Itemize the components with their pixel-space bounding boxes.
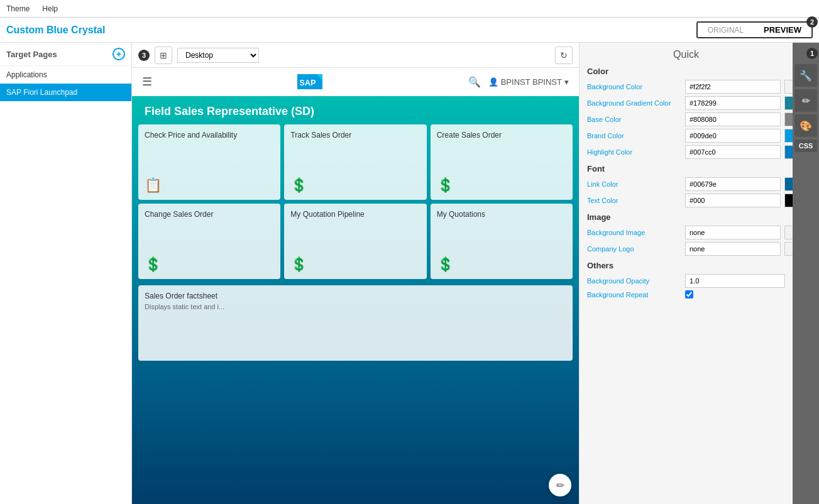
sidebar-add-button[interactable]: + [113, 48, 125, 60]
bg-repeat-row: Background Repeat [587, 290, 785, 299]
sap-logo: SAP [297, 73, 322, 90]
bg-image-row: Background Image [587, 226, 785, 239]
tile-title: My Quotation Pipeline [290, 210, 420, 219]
badge-2: 2 [806, 16, 818, 28]
bg-color-input[interactable] [685, 80, 781, 94]
tile-icon: 💲 [290, 256, 307, 273]
tile-change-sales[interactable]: Change Sales Order 💲 [138, 204, 280, 279]
user-icon: 👤 [488, 77, 498, 87]
link-color-label[interactable]: Link Color [587, 180, 681, 188]
settings-tool-button[interactable]: 🔧 [794, 64, 817, 87]
preview-toggle-container: ORIGINAL PREVIEW 2 [696, 21, 813, 38]
brand-color-label[interactable]: Brand Color [587, 132, 681, 140]
base-color-input[interactable] [685, 112, 781, 126]
bg-color-label[interactable]: Background Color [587, 83, 681, 90]
tile-icon: 💲 [290, 177, 307, 194]
tile-quotation-pipeline[interactable]: My Quotation Pipeline 💲 [284, 204, 426, 279]
text-color-swatch[interactable] [784, 194, 793, 207]
company-logo-swatch[interactable] [784, 242, 793, 256]
bg-color-swatch[interactable] [784, 80, 793, 94]
tile-bottom: 💲 [145, 256, 274, 273]
sap-header: ☰ SAP 🔍 👤 BPINST BPINST ▾ [132, 68, 579, 96]
image-section-title: Image [587, 212, 785, 222]
tile-factsheet[interactable]: Sales Order factsheet Displays static te… [138, 285, 573, 361]
right-panel: Quick Color Background Color Background … [579, 43, 793, 504]
main-layout: Target Pages + Applications SAP Fiori La… [0, 43, 819, 504]
menu-help[interactable]: Help [42, 4, 58, 13]
edit-fab-button[interactable]: ✏ [549, 474, 571, 496]
menu-theme[interactable]: Theme [6, 4, 30, 13]
settings-icon: 🔧 [800, 70, 812, 82]
svg-text:SAP: SAP [300, 78, 317, 87]
base-color-swatch[interactable] [784, 112, 793, 126]
css-tool-button[interactable]: CSS [794, 140, 817, 152]
bg-opacity-row: Background Opacity [587, 274, 785, 288]
color-section-title: Color [587, 67, 785, 76]
text-color-row: Text Color [587, 194, 785, 207]
sidebar-item-sap-fiori[interactable]: SAP Fiori Launchpad [0, 84, 131, 101]
company-logo-row: Company Logo [587, 242, 785, 256]
original-button[interactable]: ORIGINAL [698, 23, 754, 37]
paint-icon: 🎨 [800, 120, 812, 132]
highlight-color-row: Highlight Color [587, 145, 785, 159]
pen-icon: ✏ [802, 95, 810, 107]
bg-gradient-input[interactable] [685, 96, 781, 110]
bg-repeat-checkbox[interactable] [685, 290, 693, 299]
highlight-color-swatch[interactable] [784, 145, 793, 159]
fiori-content: Field Sales Representative (SD) Check Pr… [132, 96, 579, 361]
edit-tool-button[interactable]: ✏ [794, 89, 817, 112]
text-color-label[interactable]: Text Color [587, 197, 681, 204]
tile-track-sales[interactable]: Track Sales Order 💲 [284, 124, 426, 200]
highlight-color-input[interactable] [685, 145, 781, 159]
tile-title: Create Sales Order [437, 131, 566, 140]
layout-icon[interactable]: ⊞ [155, 47, 172, 64]
search-icon[interactable]: 🔍 [468, 76, 481, 88]
company-logo-label[interactable]: Company Logo [587, 245, 681, 253]
bg-image-input[interactable] [685, 226, 781, 239]
bg-opacity-label[interactable]: Background Opacity [587, 277, 681, 285]
tile-create-sales[interactable]: Create Sales Order 💲 [431, 124, 573, 200]
title-bar: Custom Blue Crystal ORIGINAL PREVIEW 2 [0, 18, 819, 43]
link-color-row: Link Color [587, 177, 785, 191]
bg-opacity-input[interactable] [685, 274, 785, 288]
tile-grid: Check Price and Availability 📋 Track Sal… [132, 124, 579, 285]
quick-title: Quick [587, 49, 785, 60]
paint-tool-button[interactable]: 🎨 [794, 114, 817, 137]
device-select[interactable]: Desktop Tablet Mobile [177, 48, 259, 63]
tile-bottom: 💲 [290, 177, 420, 194]
others-section-title: Others [587, 261, 785, 270]
preview-button[interactable]: PREVIEW [754, 23, 811, 37]
brand-color-swatch[interactable] [784, 129, 793, 143]
company-logo-input[interactable] [685, 242, 781, 256]
refresh-button[interactable]: ↻ [555, 47, 573, 64]
tile-check-price[interactable]: Check Price and Availability 📋 [138, 124, 280, 200]
highlight-color-label[interactable]: Highlight Color [587, 148, 681, 156]
bg-image-label[interactable]: Background Image [587, 229, 681, 236]
app-title: Custom Blue Crystal [6, 25, 105, 36]
link-color-input[interactable] [685, 177, 781, 191]
base-color-label[interactable]: Base Color [587, 116, 681, 123]
bg-gradient-swatch[interactable] [784, 96, 793, 110]
wide-tile-title: Sales Order factsheet [145, 292, 566, 300]
tile-title: My Quotations [437, 210, 566, 219]
bg-repeat-label[interactable]: Background Repeat [587, 291, 681, 299]
toolbar: 3 ⊞ Desktop Tablet Mobile ↻ [132, 43, 579, 68]
badge-3: 3 [138, 50, 150, 61]
tile-bottom: 💲 [437, 256, 566, 273]
bg-gradient-label[interactable]: Background Gradient Color [587, 99, 681, 107]
hamburger-icon[interactable]: ☰ [142, 75, 152, 89]
sidebar-item-applications[interactable]: Applications [0, 66, 131, 84]
tile-title: Change Sales Order [145, 210, 274, 219]
fiori-page-title: Field Sales Representative (SD) [132, 96, 579, 124]
text-color-input[interactable] [685, 194, 781, 207]
user-menu[interactable]: 👤 BPINST BPINST ▾ [488, 77, 569, 87]
tile-icon: 💲 [437, 256, 454, 273]
right-tools: 1 🔧 ✏ 🎨 CSS [793, 43, 819, 504]
brand-color-input[interactable] [685, 129, 781, 143]
sidebar-header: Target Pages + [0, 43, 131, 66]
tile-bottom: 📋 [145, 177, 274, 194]
center-area: 3 ⊞ Desktop Tablet Mobile ↻ ☰ SAP [132, 43, 579, 504]
link-color-swatch[interactable] [784, 177, 793, 191]
tile-my-quotations[interactable]: My Quotations 💲 [431, 204, 573, 279]
bg-image-swatch[interactable] [784, 226, 793, 239]
